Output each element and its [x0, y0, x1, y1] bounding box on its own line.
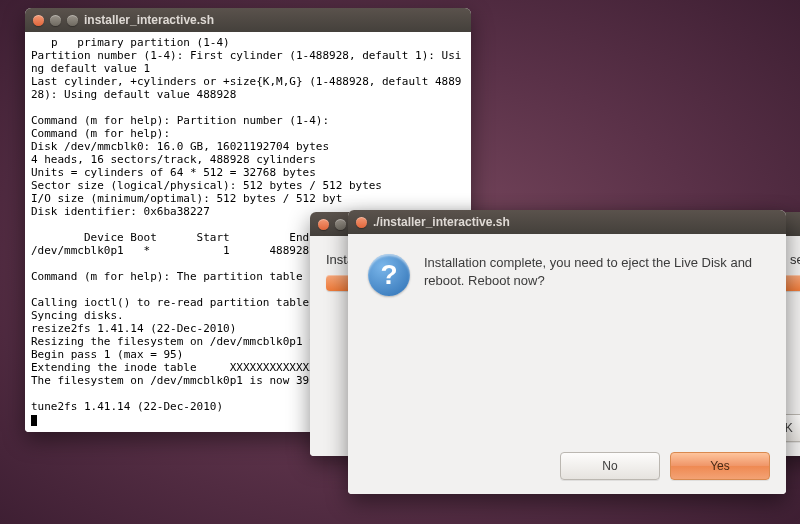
yes-button[interactable]: Yes — [670, 452, 770, 480]
close-icon[interactable] — [33, 15, 44, 26]
close-icon[interactable] — [356, 217, 367, 228]
minimize-icon[interactable] — [50, 15, 61, 26]
confirm-message: Installation complete, you need to eject… — [424, 254, 764, 296]
maximize-icon[interactable] — [67, 15, 78, 26]
progress-label-right: se wait. — [790, 252, 800, 267]
no-button[interactable]: No — [560, 452, 660, 480]
cursor — [31, 415, 37, 426]
terminal-titlebar[interactable]: installer_interactive.sh — [25, 8, 471, 32]
question-icon: ? — [368, 254, 410, 296]
terminal-title: installer_interactive.sh — [84, 13, 214, 27]
close-icon[interactable] — [318, 219, 329, 230]
minimize-icon[interactable] — [335, 219, 346, 230]
confirm-titlebar[interactable]: ./installer_interactive.sh — [348, 210, 786, 234]
confirm-title: ./installer_interactive.sh — [373, 215, 510, 229]
confirm-dialog: ./installer_interactive.sh ? Installatio… — [348, 210, 786, 494]
